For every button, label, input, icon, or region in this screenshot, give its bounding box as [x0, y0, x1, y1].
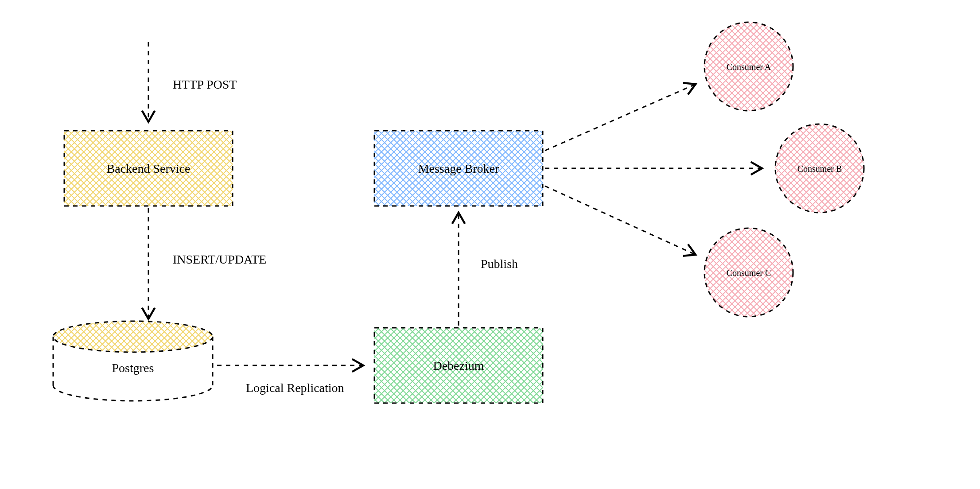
- consumer-b-label: Consumer B: [797, 164, 842, 174]
- debezium-label: Debezium: [433, 359, 484, 373]
- edge-http-post: HTTP POST: [148, 42, 237, 122]
- svg-line-12: [545, 84, 696, 151]
- edge-publish: Publish: [459, 213, 518, 326]
- consumer-c-label: Consumer C: [727, 268, 771, 278]
- postgres-node: Postgres: [53, 321, 213, 401]
- architecture-diagram: HTTP POST Backend Service INSERT/UPDATE …: [0, 0, 980, 489]
- message-broker-label: Message Broker: [418, 162, 499, 175]
- consumer-c-node: Consumer C: [704, 228, 793, 317]
- postgres-label: Postgres: [112, 361, 154, 375]
- edge-http-label: HTTP POST: [173, 78, 237, 91]
- edge-to-consumer-a: [545, 84, 696, 151]
- svg-line-14: [545, 186, 696, 255]
- message-broker-node: Message Broker: [374, 131, 543, 206]
- consumer-a-node: Consumer A: [704, 22, 793, 111]
- edge-to-consumer-c: [545, 186, 696, 255]
- edge-insert-update: INSERT/UPDATE: [148, 208, 266, 319]
- svg-point-7: [53, 321, 213, 352]
- edge-insert-label: INSERT/UPDATE: [173, 252, 266, 266]
- backend-service-label: Backend Service: [107, 162, 191, 175]
- backend-service-node: Backend Service: [64, 131, 233, 206]
- edge-logical-replication: Logical Replication: [217, 365, 363, 395]
- edge-replication-label: Logical Replication: [246, 381, 344, 395]
- edge-publish-label: Publish: [481, 257, 518, 271]
- consumer-a-label: Consumer A: [727, 62, 771, 72]
- debezium-node: Debezium: [374, 328, 543, 403]
- consumer-b-node: Consumer B: [775, 124, 864, 213]
